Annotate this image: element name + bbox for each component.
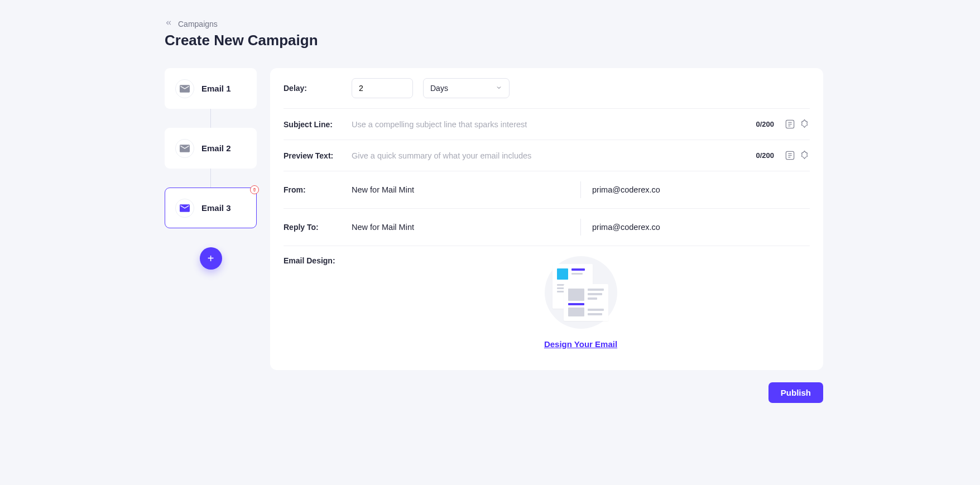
ai-generate-icon[interactable] <box>799 119 810 129</box>
subject-label: Subject Line: <box>284 120 352 129</box>
from-email-value[interactable]: prima@coderex.co <box>592 185 810 194</box>
email-design-row: Email Design: <box>284 246 810 349</box>
email-steps-column: Email 1 Email 2 Email 3 + <box>165 68 257 370</box>
add-step-button[interactable]: + <box>200 247 222 270</box>
chevron-down-icon <box>496 84 502 93</box>
delay-label: Delay: <box>284 84 352 93</box>
publish-button[interactable]: Publish <box>768 382 823 403</box>
email-settings-card: Delay: Days Subject Line: 0/200 <box>270 68 823 370</box>
from-name-value[interactable]: New for Mail Mint <box>352 185 569 194</box>
chevron-double-left-icon <box>165 19 172 28</box>
plus-icon: + <box>208 253 214 264</box>
connector-line <box>210 109 211 128</box>
email-icon <box>175 199 194 218</box>
from-row: From: New for Mail Mint prima@coderex.co <box>284 171 810 209</box>
breadcrumb[interactable]: Campaigns <box>165 19 823 28</box>
delete-step-button[interactable] <box>250 185 259 194</box>
merge-fields-icon[interactable] <box>785 150 795 161</box>
divider <box>580 219 581 236</box>
breadcrumb-campaigns-link[interactable]: Campaigns <box>178 20 218 28</box>
delay-unit-select[interactable]: Days <box>423 78 510 98</box>
page-title: Create New Campaign <box>165 32 823 49</box>
preview-input[interactable] <box>352 151 756 160</box>
delay-unit-value: Days <box>430 84 448 93</box>
reply-to-row: Reply To: New for Mail Mint prima@codere… <box>284 209 810 246</box>
action-bar: Publish <box>165 382 823 403</box>
subject-input[interactable] <box>352 120 756 129</box>
step-label: Email 2 <box>201 143 231 153</box>
email-step-1[interactable]: Email 1 <box>165 68 257 109</box>
delay-value-input[interactable] <box>352 78 413 98</box>
reply-to-name-value[interactable]: New for Mail Mint <box>352 223 569 232</box>
email-step-3[interactable]: Email 3 <box>165 188 257 228</box>
ai-generate-icon[interactable] <box>799 150 810 161</box>
from-label: From: <box>284 185 352 194</box>
merge-fields-icon[interactable] <box>785 119 795 129</box>
design-your-email-link[interactable]: Design Your Email <box>544 339 617 349</box>
email-design-label: Email Design: <box>284 256 352 265</box>
preview-label: Preview Text: <box>284 151 352 160</box>
email-icon <box>175 79 194 98</box>
reply-to-label: Reply To: <box>284 223 352 232</box>
delay-row: Delay: Days <box>284 78 810 109</box>
step-label: Email 1 <box>201 84 231 93</box>
preview-text-row: Preview Text: 0/200 <box>284 140 810 171</box>
email-icon <box>175 139 194 158</box>
email-template-illustration <box>545 256 617 329</box>
reply-to-email-value[interactable]: prima@coderex.co <box>592 223 810 232</box>
connector-line <box>210 169 211 188</box>
subject-row: Subject Line: 0/200 <box>284 109 810 140</box>
email-step-2[interactable]: Email 2 <box>165 128 257 169</box>
divider <box>580 181 581 198</box>
step-label: Email 3 <box>201 203 231 213</box>
subject-char-count: 0/200 <box>756 120 774 128</box>
preview-char-count: 0/200 <box>756 151 774 160</box>
